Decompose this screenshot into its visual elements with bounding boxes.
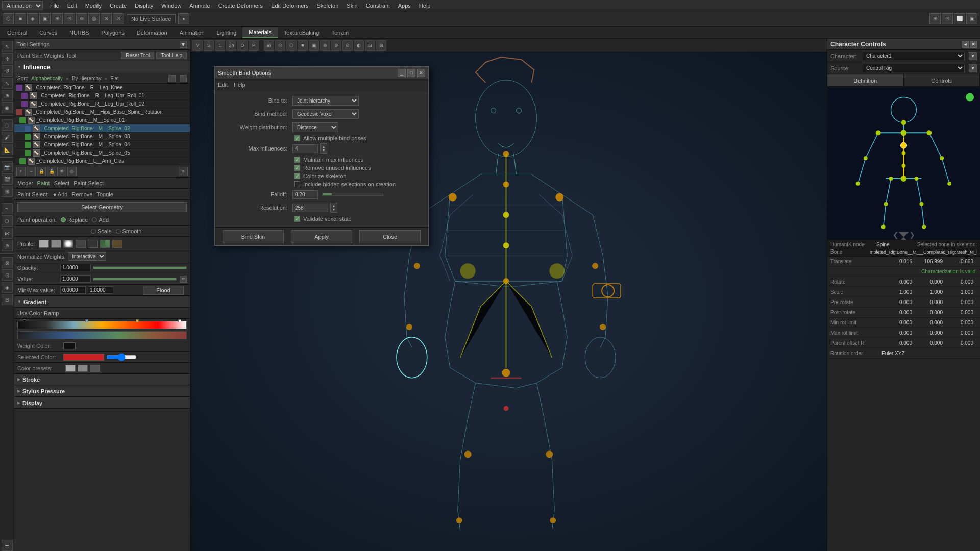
tab-animation[interactable]: Animation xyxy=(174,27,211,38)
toolbar-end-btn-4[interactable]: ▣ xyxy=(966,13,977,24)
tab-terrain[interactable]: Terrain xyxy=(326,27,355,38)
profile-swatch-7[interactable] xyxy=(112,240,122,248)
falloff-input[interactable] xyxy=(292,190,318,199)
influence-item-selected[interactable]: 🦴 _Completed_Rig:Bone__M__Spine_02 xyxy=(14,124,190,133)
dialog-minimize-btn[interactable]: _ xyxy=(398,69,406,77)
menu-skin[interactable]: Skin xyxy=(342,2,361,10)
influence-item[interactable]: 🦴 _Completed_Rig:Bone__M__Spine_05 xyxy=(14,149,190,157)
vp-icon-7[interactable]: ⊗ xyxy=(331,40,341,51)
inf-lock-btn[interactable]: 🔒 xyxy=(37,167,46,176)
toolbar-btn-3[interactable]: ◈ xyxy=(27,13,38,24)
influence-expand-icon[interactable]: ▼ xyxy=(17,65,21,69)
no-live-surface-btn[interactable]: No Live Surface xyxy=(127,14,176,23)
resolution-input[interactable] xyxy=(292,204,328,212)
toolbar-arrow-btn[interactable]: ▸ xyxy=(178,13,189,24)
weight-dist-dropdown[interactable]: Distance xyxy=(292,122,338,132)
ramp-stop-3[interactable] xyxy=(136,319,139,322)
influence-item[interactable]: 🦴 _Completed_Rig:Bone__M__Spine_03 xyxy=(14,133,190,141)
skeleton-arrow-left[interactable]: ❮ xyxy=(893,231,899,239)
inf-remove-btn[interactable]: − xyxy=(27,167,36,176)
influence-item[interactable]: 🦴 _Completed_Rig:Bone__L__Arm_Clav xyxy=(14,157,190,165)
vp-menu-show[interactable]: Sh xyxy=(226,40,236,51)
menu-edit[interactable]: Edit xyxy=(63,2,81,10)
dialog-titlebar[interactable]: Smooth Bind Options _ □ ✕ xyxy=(215,67,428,79)
tab-nurbs[interactable]: NURBS xyxy=(63,27,95,38)
tool-help-button[interactable]: Tool Help xyxy=(156,52,187,59)
opacity-input[interactable] xyxy=(60,264,91,271)
vp-icon-6[interactable]: ⊕ xyxy=(320,40,330,51)
menu-window[interactable]: Window xyxy=(157,2,185,10)
select-geometry-button[interactable]: Select Geometry xyxy=(17,202,187,212)
allow-multiple-checkbox[interactable]: ✓ xyxy=(294,135,300,141)
icon-rotate[interactable]: ↺ xyxy=(2,65,13,77)
vp-icon-5[interactable]: ▣ xyxy=(309,40,319,51)
tab-curves[interactable]: Curves xyxy=(33,27,63,38)
influence-item[interactable]: 🦴 _Completed_Rig:Bone__R__Leg_Upr_Roll_0… xyxy=(14,92,190,100)
color-ramp-bar[interactable] xyxy=(17,321,187,329)
min-value-input[interactable] xyxy=(60,286,86,294)
paint-op-add[interactable]: Add xyxy=(92,217,109,223)
preset-box-1[interactable] xyxy=(65,365,76,372)
influence-item[interactable]: 🦴 _Completed_Rig:Bone__R__Leg_Knee xyxy=(14,84,190,92)
normalize-dropdown[interactable]: Interactive Post None xyxy=(68,252,106,261)
profile-swatch-3[interactable] xyxy=(63,240,74,248)
reset-tool-button[interactable]: Reset Tool xyxy=(121,52,154,59)
vp-icon-11[interactable]: ⊠ xyxy=(376,40,386,51)
dialog-menu-help[interactable]: Help xyxy=(234,82,246,88)
inf-vis-btn[interactable]: 👁 xyxy=(57,167,66,176)
menu-constrain[interactable]: Constrain xyxy=(362,2,394,10)
icon-camera[interactable]: 📷 xyxy=(2,161,13,172)
skeleton-view[interactable]: ❮ ❯ xyxy=(827,87,980,240)
menu-help[interactable]: Help xyxy=(415,2,435,10)
profile-swatch-2[interactable] xyxy=(51,240,61,248)
menu-create-deformers[interactable]: Create Deformers xyxy=(214,2,267,10)
char-controls-collapse[interactable]: ◂ xyxy=(962,41,969,48)
icon-deform[interactable]: ⋈ xyxy=(2,228,13,239)
icon-curve-tool[interactable]: ~ xyxy=(2,203,13,214)
tab-controls[interactable]: Controls xyxy=(904,74,981,86)
icon-paint[interactable]: 🖌 xyxy=(2,132,13,143)
influence-item[interactable]: 🦴 _Completed_Rig:Bone__M__Spine_01 xyxy=(14,116,190,124)
vp-menu-shading[interactable]: S xyxy=(204,40,214,51)
menu-file[interactable]: File xyxy=(46,2,63,10)
icon-extra-1[interactable]: ⊠ xyxy=(2,257,13,268)
close-button[interactable]: Close xyxy=(359,230,421,243)
toolbar-btn-7[interactable]: ⊕ xyxy=(76,13,87,24)
toolbar-btn-8[interactable]: ◎ xyxy=(88,13,100,24)
tab-texturebaking[interactable]: TextureBaking xyxy=(278,27,326,38)
ps-toggle[interactable]: Toggle xyxy=(96,191,113,197)
opacity-slider[interactable] xyxy=(93,266,187,269)
max-value-input[interactable] xyxy=(88,286,113,294)
preset-box-2[interactable] xyxy=(78,365,88,372)
include-hidden-checkbox[interactable] xyxy=(294,181,300,187)
icon-soft-mod[interactable]: ◉ xyxy=(2,102,13,113)
toolbar-btn-1[interactable]: ⬡ xyxy=(3,13,14,24)
inf-add-btn[interactable]: + xyxy=(16,167,26,176)
menu-animate[interactable]: Animate xyxy=(185,2,214,10)
ramp-stop-2[interactable] xyxy=(85,319,88,322)
tab-polygons[interactable]: Polygons xyxy=(95,27,131,38)
weight-color-box[interactable] xyxy=(63,342,76,349)
source-dropdown-btn[interactable]: ▼ xyxy=(969,64,977,72)
icon-grid[interactable]: ⊞ xyxy=(2,186,13,197)
ps-remove[interactable]: Remove xyxy=(71,191,92,197)
icon-extra-4[interactable]: ⊟ xyxy=(2,294,13,305)
menu-edit-deformers[interactable]: Edit Deformers xyxy=(267,2,312,10)
vp-menu-view[interactable]: V xyxy=(192,40,203,51)
stroke-section-header[interactable]: ▶ Stroke xyxy=(14,374,190,385)
toolbar-btn-2[interactable]: ■ xyxy=(15,13,26,24)
toolbar-end-btn-3[interactable]: ⬜ xyxy=(954,13,965,24)
remove-unused-checkbox[interactable]: ✓ xyxy=(294,165,300,171)
toolbar-btn-5[interactable]: ⊞ xyxy=(52,13,63,24)
value-options-btn[interactable]: ✏ xyxy=(180,276,187,283)
influence-item[interactable]: 🦴 _Completed_Rig:Bone__R__Leg_Upr_Roll_0… xyxy=(14,100,190,108)
display-section-header[interactable]: ▶ Display xyxy=(14,397,190,409)
panel-options-btn[interactable]: ▼ xyxy=(180,41,187,48)
icon-render[interactable]: 🎬 xyxy=(2,173,13,185)
influence-list-options[interactable] xyxy=(168,75,176,82)
mode-paint-select[interactable]: Paint Select xyxy=(74,180,104,186)
sort-flat[interactable]: Flat xyxy=(110,76,119,81)
icon-skeleton[interactable]: ⊛ xyxy=(2,240,13,251)
ps-add[interactable]: ● Add xyxy=(53,191,68,197)
max-influences-spinner[interactable]: ▲ ▼ xyxy=(320,143,327,154)
